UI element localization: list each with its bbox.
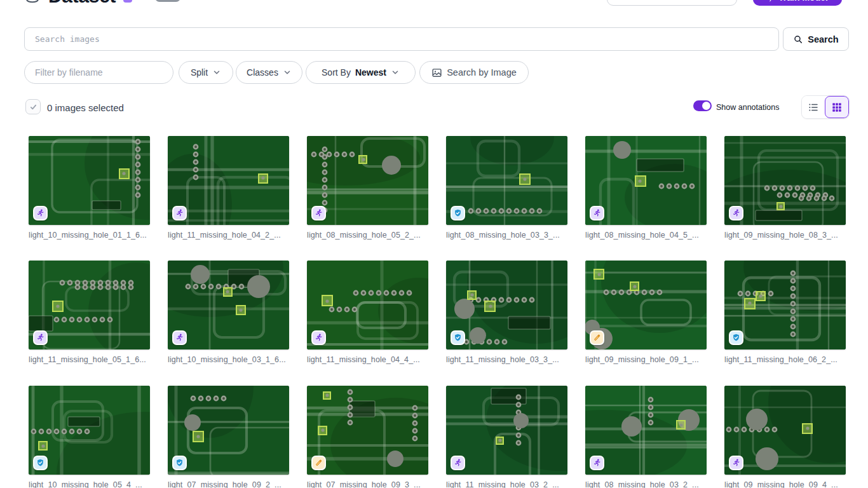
runner-icon [314,208,323,218]
train-split-badge [590,456,604,470]
classes-dropdown[interactable]: Classes [236,61,302,84]
image-card[interactable]: light_08_missing_hole_04_5_... [585,136,707,240]
image-thumbnail[interactable] [446,136,567,225]
train-model-label: Train Model [778,0,828,3]
toggle-knob [702,102,710,110]
train-split-badge [451,456,465,470]
valid-split-badge [451,206,465,220]
image-filename: light_07_missing_hole_09_2_... [168,480,289,488]
image-filename: light_10_missing_hole_05_4_... [29,480,150,488]
runner-icon [36,208,45,218]
sort-by-value: Newest [355,67,386,78]
image-thumbnail[interactable] [724,386,846,475]
valid-split-badge [451,330,465,345]
image-thumbnail[interactable] [307,261,428,349]
image-filename: light_11_missing_hole_03_3_... [446,355,567,364]
image-card[interactable]: light_11_missing_hole_04_4_... [307,261,428,364]
image-filename: light_09_missing_hole_08_3_... [724,231,846,240]
test-split-badge [590,330,604,345]
image-filename: light_11_missing_hole_04_2_... [168,231,289,240]
grid-view-button[interactable] [825,96,849,118]
image-card[interactable]: light_08_missing_hole_05_2_... [307,136,428,240]
image-thumbnail[interactable] [168,261,289,349]
search-icon [793,34,803,44]
image-thumbnail[interactable] [307,136,428,225]
image-card[interactable]: light_07_missing_hole_09_3_... [307,386,428,488]
split-dropdown[interactable]: Split [179,61,233,84]
train-split-badge [311,206,326,220]
show-annotations-toggle[interactable] [693,100,712,111]
search-button[interactable]: Search [783,27,849,51]
shield-check-icon [175,458,184,468]
image-thumbnail[interactable] [29,261,150,349]
train-split-badge [311,330,326,345]
train-split-badge [172,206,187,220]
list-icon [808,102,819,113]
image-card[interactable]: light_11_missing_hole_04_2_... [168,136,289,240]
image-filename: light_11_missing_hole_03_2_... [446,480,567,488]
image-filename: light_11_missing_hole_05_1_6... [29,355,150,364]
image-thumbnail[interactable] [446,386,567,475]
page-title: Dataset [48,0,116,7]
runner-icon [175,208,184,218]
image-filename: light_11_missing_hole_04_4_... [307,355,428,364]
image-icon [431,67,442,78]
list-view-button[interactable] [802,96,825,118]
image-thumbnail[interactable] [585,386,707,475]
image-thumbnail[interactable] [168,136,289,225]
chevron-down-icon [283,68,292,77]
chevron-down-icon [391,68,400,77]
runner-icon [731,458,741,468]
image-card[interactable]: light_08_missing_hole_03_2_... [585,386,707,488]
check-icon [29,103,37,111]
select-all-checkbox[interactable] [25,99,41,114]
sort-by-label: Sort By [322,67,351,78]
image-card[interactable]: light_10_missing_hole_05_4_... [29,386,150,488]
image-filename: light_09_missing_hole_09_1_... [585,355,707,364]
image-thumbnail[interactable] [446,261,567,349]
runner-icon [453,458,463,468]
image-thumbnail[interactable] [585,136,707,225]
image-filename: light_08_missing_hole_03_3_... [446,231,567,240]
search-by-image-button[interactable]: Search by Image [419,61,529,84]
shield-check-icon [731,333,741,342]
image-thumbnail[interactable] [307,386,428,475]
image-thumbnail[interactable] [724,136,846,225]
image-thumbnail[interactable] [724,261,846,349]
valid-split-badge [33,456,48,470]
image-card[interactable]: light_11_missing_hole_03_3_... [446,261,567,364]
image-thumbnail[interactable] [585,261,707,349]
image-card[interactable]: light_09_missing_hole_08_3_... [724,136,846,240]
image-filename: light_07_missing_hole_09_3_... [307,480,428,488]
image-card[interactable]: light_09_missing_hole_09_1_... [585,261,707,364]
search-input[interactable] [24,27,779,51]
sort-by-dropdown[interactable]: Sort By Newest [306,61,416,84]
title-badge [123,0,132,3]
dataset-icon [24,0,41,4]
dataset-page: Dataset + New Dataset Version Train Mode… [0,0,868,488]
classes-dropdown-label: Classes [247,67,278,78]
image-card[interactable]: light_09_missing_hole_09_4_... [724,386,846,488]
image-filename: light_10_missing_hole_03_1_6... [168,355,289,364]
header-pill [155,0,180,2]
image-filename: light_08_missing_hole_04_5_... [585,231,707,240]
image-card[interactable]: light_11_missing_hole_03_2_... [446,386,567,488]
image-card[interactable]: light_08_missing_hole_03_3_... [446,136,567,240]
image-thumbnail[interactable] [29,386,150,475]
runner-icon [731,208,741,218]
valid-split-badge [729,330,743,345]
new-dataset-version-button[interactable]: + New Dataset Version [607,0,737,6]
shield-check-icon [453,208,463,218]
runner-icon [175,333,184,342]
filter-by-filename-input[interactable] [24,61,173,84]
train-split-badge [729,206,743,220]
image-card[interactable]: light_10_missing_hole_03_1_6... [168,261,289,364]
chevron-down-icon [212,68,221,77]
image-card[interactable]: light_11_missing_hole_05_1_6... [29,261,150,364]
image-thumbnail[interactable] [168,386,289,475]
image-card[interactable]: light_10_missing_hole_01_1_6... [29,136,150,240]
image-thumbnail[interactable] [29,136,150,225]
image-card[interactable]: light_11_missing_hole_06_2_... [724,261,846,364]
train-model-button[interactable]: Train Model [753,0,842,6]
image-card[interactable]: light_07_missing_hole_09_2_... [168,386,289,488]
